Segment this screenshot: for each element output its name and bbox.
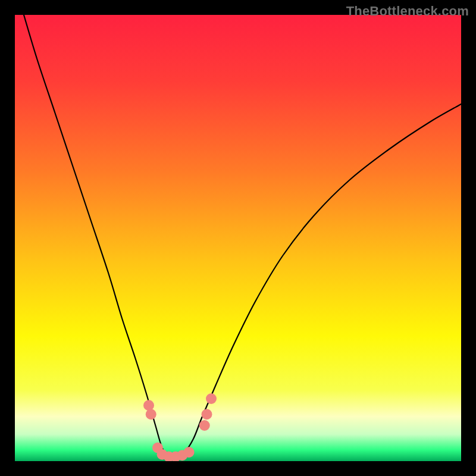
watermark-label: TheBottleneck.com	[346, 4, 469, 19]
bottleneck-chart	[15, 15, 461, 461]
chart-frame	[15, 15, 461, 461]
data-marker	[184, 447, 195, 458]
data-marker	[206, 393, 217, 404]
data-marker	[199, 420, 210, 431]
gradient-background	[15, 15, 461, 461]
data-marker	[202, 409, 212, 419]
data-marker	[143, 400, 154, 411]
data-marker	[146, 409, 156, 419]
